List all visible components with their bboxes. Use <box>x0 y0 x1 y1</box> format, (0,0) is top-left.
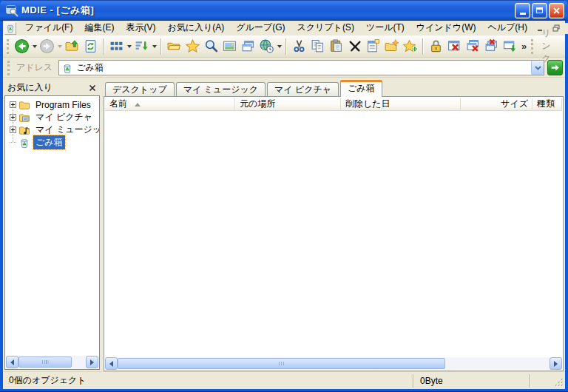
mdi-system-menu-button[interactable] <box>4 22 16 35</box>
column-label: 元の場所 <box>240 98 275 110</box>
cascade-windows-icon <box>240 38 256 54</box>
scroll-left-button[interactable] <box>6 356 18 368</box>
lock-button[interactable] <box>427 37 445 56</box>
tree-item-my-pictures[interactable]: マイ ピクチャ <box>5 111 99 124</box>
forward-button[interactable] <box>38 37 56 56</box>
toolbar-overflow-chevron[interactable]: » <box>519 41 529 52</box>
sidebar-horizontal-scrollbar[interactable] <box>6 356 98 368</box>
add-favorite-button[interactable] <box>401 37 419 56</box>
close-all-tabs-button[interactable] <box>464 37 482 56</box>
tab-recycle-bin[interactable]: ごみ箱 <box>340 80 382 97</box>
refresh-button[interactable] <box>81 37 100 56</box>
image-view-button[interactable] <box>220 37 239 56</box>
column-header-type[interactable]: 種類 <box>532 97 562 111</box>
app-icon <box>6 4 18 17</box>
main-pane: デスクトップ マイ ミュージック マイ ピクチャ ごみ箱 名前 元の場所 <box>104 78 565 371</box>
menu-edit[interactable]: 編集(E) <box>78 20 120 36</box>
tree-item-label[interactable]: ごみ箱 <box>33 135 65 149</box>
tab-my-music[interactable]: マイ ミュージック <box>176 82 266 96</box>
properties-button[interactable] <box>364 37 382 56</box>
scrollbar-track[interactable] <box>18 356 86 368</box>
menu-script[interactable]: スクリプト(S) <box>291 20 359 36</box>
column-header-size[interactable]: サイズ <box>461 97 532 111</box>
resize-grip[interactable] <box>554 377 564 388</box>
scroll-right-button[interactable] <box>86 356 98 368</box>
history-dropdown[interactable] <box>276 37 283 56</box>
close-button[interactable] <box>549 3 564 18</box>
expand-plus-icon[interactable] <box>10 114 16 121</box>
tree-item-program-files[interactable]: Program Files <box>5 98 99 111</box>
column-header-date-deleted[interactable]: 削除した日 <box>341 97 461 111</box>
cascade-windows-button[interactable] <box>239 37 257 56</box>
tab-label: デスクトップ <box>112 84 167 96</box>
properties-icon <box>365 38 381 54</box>
cut-button[interactable] <box>290 37 308 56</box>
expand-plus-icon[interactable] <box>10 101 16 108</box>
tree-item-recycle-bin[interactable]: ごみ箱 <box>5 136 99 149</box>
my-pictures-folder-icon <box>18 112 30 124</box>
tree-item-label[interactable]: Program Files <box>33 99 93 111</box>
title-bar[interactable]: MDIE - [ごみ箱] <box>0 0 568 21</box>
status-object-count: 0個のオブジェクト <box>3 374 413 387</box>
chevron-down-icon <box>535 66 541 70</box>
favorites-sidebar: お気に入り Program Files <box>3 78 100 371</box>
toolbar-grip[interactable] <box>7 39 9 54</box>
paste-button[interactable] <box>327 37 345 56</box>
close-other-tabs-button[interactable] <box>482 37 501 56</box>
back-icon <box>14 38 30 54</box>
open-folder-button[interactable] <box>165 37 183 56</box>
close-tab-button[interactable] <box>445 37 464 56</box>
column-header-original-location[interactable]: 元の場所 <box>235 97 341 111</box>
copy-button[interactable] <box>308 37 327 56</box>
my-music-folder-icon <box>18 124 30 136</box>
address-value[interactable]: ごみ箱 <box>76 61 531 74</box>
links-bar-grip[interactable] <box>531 39 533 54</box>
history-button[interactable] <box>257 37 276 56</box>
menu-file[interactable]: ファイル(F) <box>19 20 78 36</box>
sort-dropdown[interactable] <box>151 37 158 56</box>
tab-desktop[interactable]: デスクトップ <box>105 82 175 96</box>
expand-plus-icon[interactable] <box>10 126 16 133</box>
maximize-button[interactable] <box>532 3 547 18</box>
scrollbar-thumb[interactable] <box>118 358 445 369</box>
back-button[interactable] <box>13 37 31 56</box>
menu-view[interactable]: 表示(V) <box>120 20 161 36</box>
tab-label: マイ ピクチャ <box>274 84 331 96</box>
menu-help[interactable]: ヘルプ(H) <box>482 20 534 36</box>
mdi-close-button[interactable] <box>564 23 568 34</box>
go-button[interactable] <box>547 60 563 75</box>
column-header-name[interactable]: 名前 <box>105 97 235 111</box>
delete-button[interactable] <box>345 37 364 56</box>
scroll-right-button[interactable] <box>550 357 562 370</box>
tab-label: ごみ箱 <box>348 82 375 95</box>
menu-tools[interactable]: ツール(T) <box>360 20 410 36</box>
menu-favorites[interactable]: お気に入り(A) <box>161 20 230 36</box>
scrollbar-track[interactable] <box>118 357 550 370</box>
address-bar-grip[interactable] <box>7 61 10 75</box>
search-button[interactable] <box>202 37 220 56</box>
minimize-button[interactable] <box>515 3 530 18</box>
views-dropdown[interactable] <box>126 37 132 56</box>
sidebar-close-button[interactable] <box>87 82 98 94</box>
up-button[interactable] <box>63 37 81 56</box>
menu-group[interactable]: グループ(G) <box>230 20 291 36</box>
status-bar: 0個のオブジェクト 0Byte <box>3 371 565 389</box>
new-folder-button[interactable] <box>382 37 401 56</box>
scrollbar-thumb[interactable] <box>18 356 72 368</box>
address-dropdown-button[interactable] <box>531 61 544 75</box>
scroll-left-button[interactable] <box>105 357 118 370</box>
forward-dropdown[interactable] <box>56 37 63 56</box>
tree-item-my-music[interactable]: マイ ミュージック <box>5 124 99 136</box>
arrow-left-icon <box>106 361 113 367</box>
recycle-bin-icon <box>61 62 73 74</box>
address-combobox[interactable]: ごみ箱 <box>58 60 544 75</box>
minimize-icon <box>520 13 526 15</box>
menu-window[interactable]: ウインドウ(W) <box>410 20 482 36</box>
views-button[interactable] <box>107 37 126 56</box>
tab-list-button[interactable] <box>501 37 519 56</box>
favorites-button[interactable] <box>183 37 202 56</box>
list-horizontal-scrollbar[interactable] <box>105 357 562 370</box>
back-dropdown[interactable] <box>31 37 38 56</box>
tab-my-pictures[interactable]: マイ ピクチャ <box>267 82 339 96</box>
sort-button[interactable] <box>132 37 151 56</box>
